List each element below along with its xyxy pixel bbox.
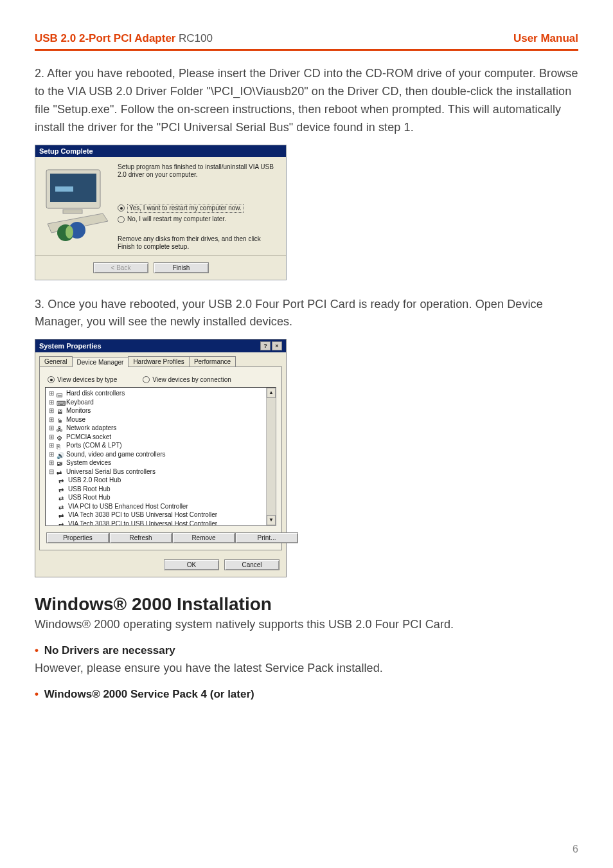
tab-general[interactable]: General: [39, 356, 73, 366]
win2000-line1: Windows® 2000 operating system natively …: [35, 616, 578, 634]
monitor-icon: 🖥: [57, 408, 64, 414]
bullet-no-drivers: • No Drivers are necessary: [35, 644, 578, 657]
usb-icon: ⇄: [57, 469, 64, 475]
product-model: RC100: [179, 32, 213, 44]
sys-title-text: System Properties: [39, 342, 102, 350]
tree-scrollbar[interactable]: ▲ ▼: [266, 388, 276, 525]
tree-item-system: ⊞🖳System devices: [48, 458, 276, 467]
keyboard-icon: ⌨: [57, 399, 64, 406]
view-by-type-label: View devices by type: [57, 376, 117, 383]
print-button[interactable]: Print...: [235, 532, 298, 543]
tree-item-ports: ⊞⎘Ports (COM & LPT): [48, 441, 276, 450]
page-number: 6: [573, 844, 578, 855]
view-by-connection-label: View devices by connection: [152, 376, 231, 383]
radio-icon: [118, 216, 125, 223]
refresh-button[interactable]: Refresh: [109, 532, 172, 543]
usb-node-icon: ⇄: [58, 503, 66, 510]
usb-node-icon: ⇄: [58, 512, 66, 518]
usb-node-icon: ⇄: [58, 521, 66, 527]
cancel-button[interactable]: Cancel: [224, 559, 280, 570]
screenshot-system-properties: System Properties ? × General Device Man…: [35, 339, 287, 577]
product-name: USB 2.0 2-Port PCI Adapter: [35, 32, 175, 44]
tree-item-sound: ⊞🔊Sound, video and game controllers: [48, 450, 276, 459]
tree-item-keyboard: ⊞⌨Keyboard: [48, 398, 276, 407]
tree-item-mouse: ⊞🖱Mouse: [48, 415, 276, 424]
help-icon[interactable]: ?: [260, 341, 271, 350]
radio-restart-now-label: Yes, I want to restart my computer now.: [127, 204, 244, 213]
tab-hardware-profiles[interactable]: Hardware Profiles: [128, 356, 189, 366]
tab-strip: General Device Manager Hardware Profiles…: [35, 352, 286, 366]
setup-finish-hint: Remove any disks from their drives, and …: [118, 235, 278, 251]
usb-node-icon: ⇄: [58, 494, 66, 501]
usb-node-icon: ⇄: [58, 477, 66, 484]
win2000-heading: Windows® 2000 Installation: [35, 594, 578, 615]
bullet-icon: •: [35, 688, 39, 700]
tree-item-usb20-root-hub: ⇄USB 2.0 Root Hub: [48, 476, 276, 485]
usb-node-icon: ⇄: [58, 486, 66, 493]
network-icon: 🖧: [57, 425, 64, 431]
remove-button[interactable]: Remove: [172, 532, 235, 543]
tree-item-via-3038-b: ⇄VIA Tech 3038 PCI to USB Universal Host…: [48, 520, 276, 527]
scroll-up-icon[interactable]: ▲: [267, 388, 276, 398]
step-2-text: 2. After you have rebooted, Please inser…: [35, 65, 578, 137]
tree-item-monitors: ⊞🖥Monitors: [48, 406, 276, 415]
bullet-no-drivers-label: No Drivers are necessary: [44, 644, 175, 656]
mouse-icon: 🖱: [57, 417, 64, 423]
tree-item-hdd: ⊞🖴Hard disk controllers: [48, 389, 276, 398]
radio-icon: [48, 376, 55, 383]
radio-restart-now[interactable]: Yes, I want to restart my computer now.: [118, 204, 278, 213]
win2000-line2: However, please ensure you have the late…: [35, 660, 578, 678]
back-button: < Back: [93, 262, 148, 273]
pcmcia-icon: ⚙: [57, 434, 64, 440]
screenshot-setup-complete: Setup Complete Setup program has finishe…: [35, 145, 287, 280]
tree-item-via-3038-a: ⇄VIA Tech 3038 PCI to USB Universal Host…: [48, 511, 276, 520]
radio-icon: [118, 204, 125, 212]
tree-item-usb-root-hub: ⇄USB Root Hub: [48, 485, 276, 494]
setup-message: Setup program has finished to install/un…: [118, 163, 278, 179]
radio-view-by-type[interactable]: View devices by type: [48, 376, 117, 383]
ok-button[interactable]: OK: [164, 559, 219, 570]
scroll-down-icon[interactable]: ▼: [267, 515, 276, 525]
radio-restart-later[interactable]: No, I will restart my computer later.: [118, 215, 278, 224]
tree-item-via-enhanced: ⇄VIA PCI to USB Enhanced Host Controller: [48, 502, 276, 511]
properties-button[interactable]: Properties: [46, 532, 109, 543]
radio-view-by-connection[interactable]: View devices by connection: [143, 376, 231, 383]
tree-item-usb: ⊟⇄Universal Serial Bus controllers: [48, 467, 276, 476]
system-icon: 🖳: [57, 460, 64, 466]
radio-restart-later-label: No, I will restart my computer later.: [127, 215, 226, 224]
setup-sidebar-image: [35, 163, 118, 251]
sound-icon: 🔊: [57, 451, 64, 458]
header-left: USB 2.0 2-Port PCI Adapter RC100: [35, 32, 213, 45]
svg-rect-3: [63, 210, 82, 213]
close-icon[interactable]: ×: [272, 341, 282, 350]
bullet-icon: •: [35, 644, 39, 656]
radio-icon: [143, 376, 150, 383]
tree-item-pcmcia: ⊞⚙PCMCIA socket: [48, 433, 276, 442]
page-header: USB 2.0 2-Port PCI Adapter RC100 User Ma…: [35, 32, 578, 51]
tree-item-network: ⊞🖧Network adapters: [48, 424, 276, 433]
step-3-text: 3. Once you have rebooted, your USB 2.0 …: [35, 296, 578, 332]
bullet-sp4: • Windows® 2000 Service Pack 4 (or later…: [35, 688, 578, 701]
svg-rect-2: [55, 186, 73, 192]
tree-item-usb-root-hub: ⇄USB Root Hub: [48, 493, 276, 502]
tab-device-manager[interactable]: Device Manager: [72, 357, 129, 367]
bullet-sp4-label: Windows® 2000 Service Pack 4 (or later): [44, 688, 254, 700]
device-tree[interactable]: ⊞🖴Hard disk controllers ⊞⌨Keyboard ⊞🖥Mon…: [45, 387, 276, 526]
setup-titlebar: Setup Complete: [35, 145, 286, 157]
ports-icon: ⎘: [57, 442, 64, 449]
drive-icon: 🖴: [57, 390, 64, 397]
svg-point-7: [66, 226, 73, 239]
finish-button[interactable]: Finish: [154, 262, 209, 273]
header-right: User Manual: [513, 32, 578, 45]
tab-performance[interactable]: Performance: [189, 356, 236, 366]
